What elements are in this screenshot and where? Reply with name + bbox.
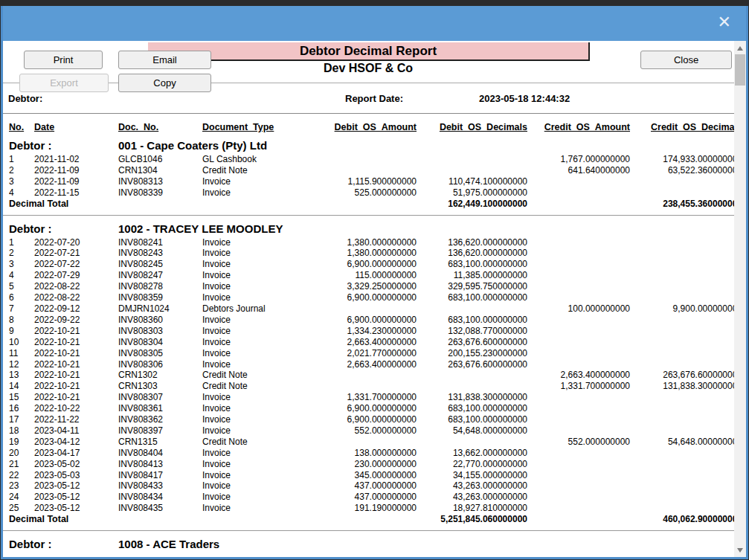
- cell-no: 9: [9, 326, 34, 337]
- cell-no: 22: [9, 470, 34, 481]
- cell-debit-os-amount: [314, 154, 417, 165]
- scroll-up-button[interactable]: [734, 42, 746, 54]
- debtor-sections: Debtor :001 - Cape Coaters (Pty) Ltd1202…: [3, 139, 746, 550]
- debtor-label: Debtor :: [9, 538, 118, 550]
- cell-debit-os-decimals: 263,676.600000000: [417, 337, 527, 348]
- table-row: 222023-05-03INV808417Invoice345.00000000…: [3, 470, 746, 481]
- cell-debit-os-decimals: 54,648.000000000: [417, 425, 527, 437]
- cell-no: 3: [9, 176, 34, 187]
- cell-document-type: Invoice: [202, 392, 314, 403]
- cell-date: 2023-05-03: [34, 470, 118, 481]
- scroll-down-button[interactable]: [734, 544, 746, 556]
- table-row: 42022-07-29INV808247Invoice115.000000000…: [3, 270, 746, 281]
- cell-debit-os-amount: 230.000000000: [314, 459, 417, 470]
- cell-credit-os-amount: [527, 337, 630, 348]
- cell-document-type: Credit Note: [202, 165, 314, 176]
- cell-doc-no: INV808243: [118, 248, 202, 259]
- cell-doc-no: INV808360: [118, 315, 202, 326]
- cell-credit-os-decimals: [630, 414, 742, 425]
- cell-debit-os-decimals: 43,263.000000000: [417, 480, 527, 492]
- cell-doc-no: CRN1315: [118, 437, 202, 448]
- cell-no: 21: [9, 459, 34, 470]
- decimal-total-row: Decimal Total162,449.100000000238,455.36…: [3, 199, 746, 210]
- cell-doc-no: INV808417: [118, 470, 202, 481]
- cell-debit-os-decimals: 132,088.770000000: [417, 326, 527, 337]
- cell-debit-os-decimals: 683,100.000000000: [417, 292, 527, 303]
- cell-doc-no: INV808359: [118, 292, 202, 303]
- cell-document-type: Invoice: [202, 470, 314, 481]
- debtor-filter-label: Debtor:: [8, 93, 42, 104]
- decimal-total-row: Decimal Total5,251,845.060000000460,062.…: [3, 514, 746, 525]
- cell-date: 2022-10-21: [34, 370, 118, 381]
- column-header-doc-no: Doc._No.: [118, 122, 202, 132]
- cell-credit-os-amount: [527, 281, 630, 292]
- cell-document-type: Invoice: [202, 315, 314, 326]
- cell-credit-os-decimals: [630, 292, 742, 303]
- cell-doc-no: INV808433: [118, 480, 202, 492]
- cell-debit-os-amount: 345.000000000: [314, 470, 417, 481]
- cell-document-type: Debtors Journal: [202, 303, 314, 315]
- cell-debit-os-decimals: 136,620.000000000: [417, 237, 527, 248]
- scroll-up-arrow-icon: [737, 46, 743, 51]
- table-row: 72022-09-12DMJRN1024Debtors Journal100.0…: [3, 303, 746, 315]
- scrollbar-thumb[interactable]: [735, 54, 745, 86]
- cell-date: 2022-07-22: [34, 259, 118, 270]
- cell-no: 3: [9, 259, 34, 270]
- cell-debit-os-amount: 1,331.700000000: [314, 392, 417, 403]
- cell-credit-os-decimals: [630, 425, 742, 437]
- cell-credit-os-amount: [527, 348, 630, 359]
- close-button[interactable]: Close: [640, 51, 732, 69]
- cell-no: 5: [9, 281, 34, 292]
- cell-debit-os-amount: [314, 303, 417, 315]
- cell-credit-os-decimals: 263,676.600000000: [630, 370, 742, 381]
- table-row: 112022-10-21INV808305Invoice2,021.770000…: [3, 348, 746, 359]
- cell-credit-os-amount: [527, 480, 630, 492]
- cell-credit-os-amount: [527, 403, 630, 414]
- cell-credit-os-decimals: [630, 237, 742, 248]
- cell-credit-os-amount: [527, 448, 630, 459]
- cell-no: 23: [9, 480, 34, 492]
- cell-doc-no: INV808305: [118, 348, 202, 359]
- decimal-total-label: Decimal Total: [9, 199, 417, 210]
- close-icon[interactable]: ✕: [718, 13, 731, 32]
- cell-debit-os-amount: 1,380.000000000: [314, 248, 417, 259]
- cell-credit-os-decimals: [630, 503, 742, 514]
- copy-button[interactable]: Copy: [118, 74, 211, 92]
- cell-date: 2022-11-09: [34, 165, 118, 176]
- print-button[interactable]: Print: [24, 51, 103, 69]
- report-dialog: ✕ Debtor Decimal Report Dev HSOF & Co Pr…: [1, 6, 748, 559]
- cell-doc-no: GLCB1046: [118, 154, 202, 165]
- cell-document-type: Invoice: [202, 459, 314, 470]
- table-row: 62022-08-22INV808359Invoice6,900.0000000…: [3, 292, 746, 303]
- cell-debit-os-amount: [314, 165, 417, 176]
- cell-document-type: Invoice: [202, 187, 314, 199]
- cell-date: 2022-07-29: [34, 270, 118, 281]
- cell-date: 2023-05-12: [34, 503, 118, 514]
- cell-debit-os-amount: [314, 370, 417, 381]
- cell-debit-os-decimals: 18,927.810000000: [417, 503, 527, 514]
- cell-document-type: Invoice: [202, 492, 314, 503]
- debit-decimal-total: 162,449.100000000: [417, 199, 527, 210]
- cell-no: 14: [9, 381, 34, 392]
- dialog-titlebar: ✕: [3, 6, 746, 41]
- cell-date: 2021-11-02: [34, 154, 118, 165]
- cell-date: 2023-04-17: [34, 448, 118, 459]
- table-row: 142022-10-21CRN1303Credit Note1,331.7000…: [3, 381, 746, 392]
- meta-divider-line: [3, 113, 746, 114]
- report-header: Debtor Decimal Report Dev HSOF & Co Prin…: [3, 41, 746, 118]
- cell-no: 7: [9, 303, 34, 315]
- cell-debit-os-decimals: [417, 370, 527, 381]
- cell-debit-os-decimals: 136,620.000000000: [417, 248, 527, 259]
- cell-credit-os-amount: [527, 492, 630, 503]
- cell-credit-os-decimals: 131,838.300000000: [630, 381, 742, 392]
- vertical-scrollbar[interactable]: [734, 41, 746, 557]
- cell-debit-os-decimals: [417, 381, 527, 392]
- cell-date: 2022-11-15: [34, 187, 118, 199]
- cell-date: 2023-04-11: [34, 425, 118, 437]
- cell-doc-no: INV808306: [118, 359, 202, 370]
- cell-credit-os-amount: [527, 459, 630, 470]
- cell-no: 24: [9, 492, 34, 503]
- email-button[interactable]: Email: [118, 51, 211, 69]
- cell-doc-no: INV808404: [118, 448, 202, 459]
- cell-credit-os-amount: 100.000000000: [527, 303, 630, 315]
